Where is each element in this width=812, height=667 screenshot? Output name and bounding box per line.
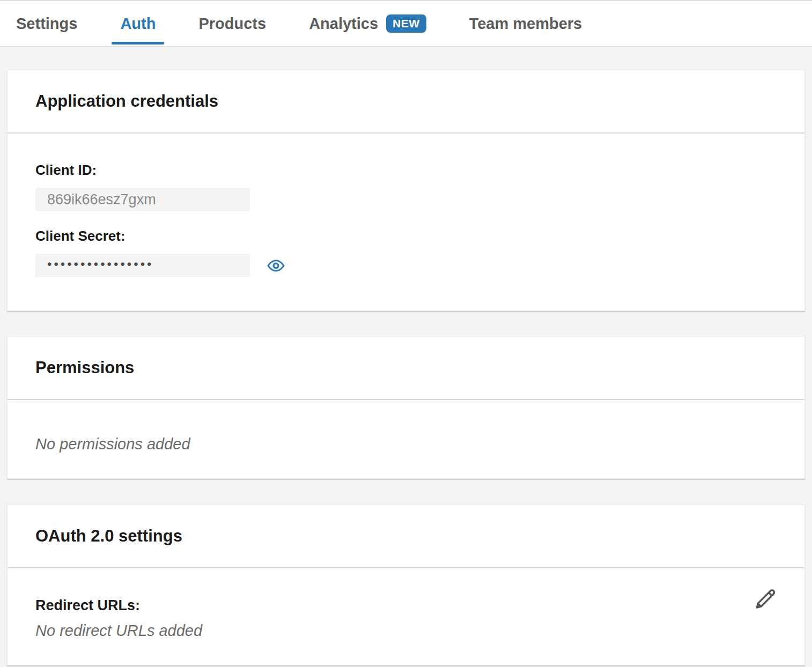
tab-auth[interactable]: Auth bbox=[120, 1, 156, 46]
client-secret-label: Client Secret: bbox=[35, 227, 777, 244]
permissions-header: Permissions bbox=[8, 337, 804, 399]
eye-icon bbox=[267, 257, 285, 275]
tab-bar: Settings Auth Products Analytics NEW Tea… bbox=[0, 0, 812, 47]
application-credentials-card: Application credentials Client ID: 869ik… bbox=[7, 70, 805, 311]
redirect-urls-label: Redirect URLs: bbox=[35, 596, 777, 614]
tab-settings-label: Settings bbox=[16, 15, 77, 33]
oauth-settings-title: OAuth 2.0 settings bbox=[35, 525, 777, 547]
tab-products-label: Products bbox=[198, 15, 266, 33]
client-id-label: Client ID: bbox=[35, 161, 777, 179]
client-id-field[interactable]: 869ik66esz7gxm bbox=[35, 188, 250, 211]
tab-products[interactable]: Products bbox=[198, 1, 266, 46]
oauth-settings-card: OAuth 2.0 settings Redirect URLs: No red… bbox=[7, 505, 805, 665]
client-id-value: 869ik66esz7gxm bbox=[47, 191, 156, 208]
permissions-title: Permissions bbox=[35, 357, 777, 379]
edit-redirect-urls-button[interactable] bbox=[753, 586, 779, 611]
oauth-settings-body: Redirect URLs: No redirect URLs added bbox=[8, 568, 804, 665]
new-badge: NEW bbox=[386, 14, 426, 33]
tab-settings[interactable]: Settings bbox=[16, 1, 77, 46]
application-credentials-body: Client ID: 869ik66esz7gxm Client Secret:… bbox=[8, 134, 804, 310]
show-secret-button[interactable] bbox=[267, 257, 285, 275]
client-secret-row: •••••••••••••••• bbox=[35, 254, 777, 277]
client-secret-masked-value: •••••••••••••••• bbox=[47, 258, 153, 271]
redirect-urls-empty-message: No redirect URLs added bbox=[35, 621, 777, 640]
pencil-icon bbox=[753, 586, 779, 611]
application-credentials-title: Application credentials bbox=[35, 91, 777, 112]
tab-team-members-label: Team members bbox=[469, 15, 582, 33]
tab-analytics-label: Analytics bbox=[309, 15, 378, 33]
tab-analytics[interactable]: Analytics NEW bbox=[309, 1, 426, 46]
tab-auth-label: Auth bbox=[120, 15, 156, 33]
application-credentials-header: Application credentials bbox=[8, 70, 804, 132]
permissions-body: No permissions added bbox=[8, 400, 804, 478]
auth-settings-page: Application credentials Client ID: 869ik… bbox=[0, 70, 812, 665]
permissions-empty-message: No permissions added bbox=[35, 434, 777, 454]
tab-team-members[interactable]: Team members bbox=[469, 1, 582, 46]
client-secret-field[interactable]: •••••••••••••••• bbox=[35, 254, 250, 277]
permissions-card: Permissions No permissions added bbox=[7, 336, 805, 479]
oauth-settings-header: OAuth 2.0 settings bbox=[8, 505, 804, 567]
